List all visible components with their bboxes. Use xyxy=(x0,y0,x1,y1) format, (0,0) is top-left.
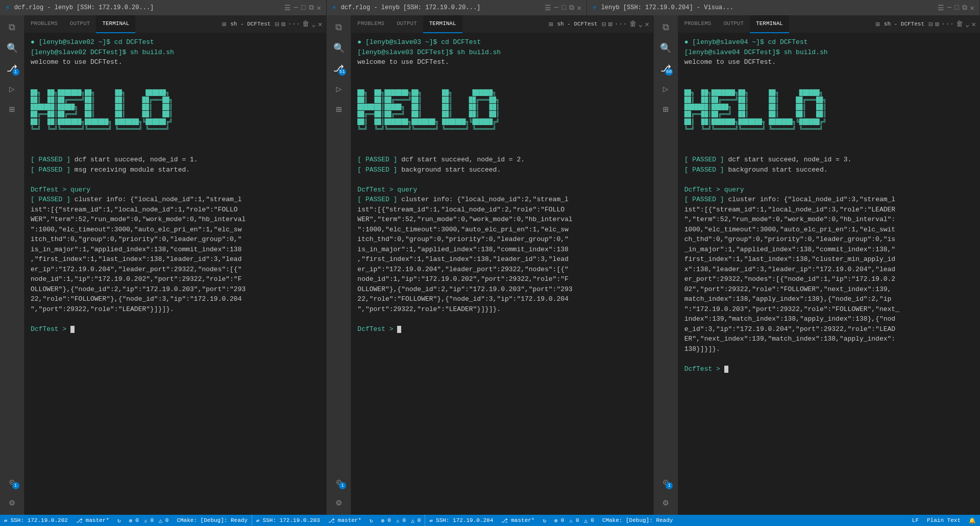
debug-icon-2[interactable]: ▷ xyxy=(331,81,347,97)
maximize-panel-icon-2[interactable]: ⊠ xyxy=(608,20,612,29)
debug-icon-3[interactable]: ▷ xyxy=(657,81,674,97)
tab-problems-1[interactable]: PROBLEMS xyxy=(24,15,64,33)
status-branch-3[interactable]: ⎇ master* xyxy=(497,515,538,526)
debug-icon-1[interactable]: ▷ xyxy=(4,81,20,97)
status-sync-2[interactable]: ↻ xyxy=(365,515,377,526)
status-cmake-3[interactable]: CMake: [Debug]: Ready xyxy=(598,515,677,526)
close-btn-1[interactable]: ✕ xyxy=(317,4,321,12)
tab-problems-3[interactable]: PROBLEMS xyxy=(678,15,718,33)
minimize-btn-2[interactable]: ─ xyxy=(554,4,558,12)
panel-2: PROBLEMS OUTPUT TERMINAL ⊞ sh - DCFTest … xyxy=(351,15,653,515)
search-icon-1[interactable]: 🔍 xyxy=(4,40,20,56)
settings-icon-2[interactable]: ⚙ xyxy=(331,494,347,511)
remote-icon-2[interactable]: ⊙ 1 xyxy=(331,474,347,490)
more-icon-1[interactable]: ··· xyxy=(287,20,300,28)
tab-output-1[interactable]: OUTPUT xyxy=(64,15,96,33)
status-plain-text[interactable]: Plain Text xyxy=(923,515,965,526)
tile-btn-2[interactable]: ⧉ xyxy=(569,4,574,12)
term-line-3-14: x":138,"leader_id":3,"leader_ip":"172.19… xyxy=(684,265,974,275)
tile-btn-1[interactable]: ⧉ xyxy=(309,4,314,12)
tile-btn-3[interactable]: ⧉ xyxy=(962,4,967,12)
split-icon-3[interactable]: ⊟ xyxy=(928,20,933,29)
maximize-btn-2[interactable]: □ xyxy=(561,4,566,12)
minimize-btn-3[interactable]: ─ xyxy=(947,4,951,12)
tab-actions-2: ⊞ sh - DCFTest ⊟ ⊠ ··· 🗑 ⌄ ✕ xyxy=(549,20,653,29)
close-panel-2[interactable]: ✕ xyxy=(645,20,649,29)
status-cmake-1[interactable]: CMake: [Debug]: Ready xyxy=(173,515,252,526)
terminal-content-1[interactable]: ● [lenyb@slave02 ~]$ cd DCFTest [lenyb@s… xyxy=(24,33,326,515)
close-btn-2[interactable]: ✕ xyxy=(577,4,581,12)
status-lf[interactable]: LF xyxy=(908,515,923,526)
source-control-icon-2[interactable]: ⎇ 51 xyxy=(331,60,347,77)
search-icon-3[interactable]: 🔍 xyxy=(657,40,674,56)
extensions-icon-2[interactable]: ⊞ xyxy=(331,101,347,117)
term-line-3-11: ch_thd":0,"group":0,"priority":0,"leader… xyxy=(684,234,974,245)
panel-more-2[interactable]: ⌄ xyxy=(639,20,643,29)
panel-more-1[interactable]: ⌄ xyxy=(311,20,315,29)
warning-count-1: 0 xyxy=(151,517,154,523)
tab-terminal-3[interactable]: TERMINAL xyxy=(750,15,789,33)
maximize-btn-3[interactable]: □ xyxy=(954,4,959,12)
status-sync-3[interactable]: ↻ xyxy=(538,515,550,526)
tab-terminal-2[interactable]: TERMINAL xyxy=(423,15,462,33)
maximize-btn-1[interactable]: □ xyxy=(301,4,305,12)
status-ssh-1[interactable]: ⇌ SSH: 172.19.0.202 xyxy=(0,515,72,526)
new-terminal-icon-2[interactable]: ⊞ xyxy=(549,20,553,29)
status-errors-3[interactable]: ⊗ 0 ⚠ 0 △ 0 xyxy=(550,515,598,526)
search-icon-2[interactable]: 🔍 xyxy=(331,40,347,56)
status-ssh-3[interactable]: ⇌ SSH: 172.19.0.204 xyxy=(425,515,497,526)
tab-terminal-1[interactable]: TERMINAL xyxy=(96,15,135,33)
status-ssh-2[interactable]: ⇌ SSH: 172.19.0.203 xyxy=(252,515,324,526)
source-control-icon-3[interactable]: ⎇ 60 xyxy=(657,60,674,77)
tab-problems-2[interactable]: PROBLEMS xyxy=(351,15,390,33)
terminal-content-3[interactable]: ● [lenyb@slave04 ~]$ cd DCFTest [lenyb@s… xyxy=(678,33,980,515)
files-icon-3[interactable]: ⧉ xyxy=(657,19,674,36)
files-icon-1[interactable]: ⧉ xyxy=(4,19,20,36)
panel-more-3[interactable]: ⌄ xyxy=(965,20,969,29)
win-controls-1: ☰ ─ □ ⧉ ✕ xyxy=(284,4,321,12)
remote-icon-3[interactable]: ⊙ 1 xyxy=(657,474,674,490)
error-icon-2: ⊗ xyxy=(381,517,385,524)
split-icon-2[interactable]: ⊟ xyxy=(602,20,606,29)
maximize-panel-icon-1[interactable]: ⊠ xyxy=(281,20,285,29)
more-icon-3[interactable]: ··· xyxy=(941,20,954,28)
term-line-2-9: WER","term":52,"run_mode":0,"work_mode":… xyxy=(357,214,647,225)
tab-actions-1: ⊞ sh - DCFTest ⊟ ⊠ ··· 🗑 ⌄ ✕ xyxy=(222,20,327,29)
hamburger-btn-1[interactable]: ☰ xyxy=(284,4,291,12)
close-btn-3[interactable]: ✕ xyxy=(970,4,974,12)
status-errors-2[interactable]: ⊗ 0 ⚠ 0 △ 0 xyxy=(377,515,425,526)
minimize-btn-1[interactable]: ─ xyxy=(294,4,298,12)
new-terminal-icon-1[interactable]: ⊞ xyxy=(222,20,226,29)
tab-output-3[interactable]: OUTPUT xyxy=(717,15,750,33)
close-panel-3[interactable]: ✕ xyxy=(972,20,976,29)
new-terminal-icon-3[interactable]: ⊞ xyxy=(875,20,879,29)
settings-icon-1[interactable]: ⚙ xyxy=(4,494,20,511)
more-icon-2[interactable]: ··· xyxy=(615,20,627,28)
status-feedback[interactable]: 🔔 xyxy=(965,515,980,526)
source-control-icon-1[interactable]: ⎇ 1 xyxy=(4,60,20,77)
extensions-icon-3[interactable]: ⊞ xyxy=(657,101,674,117)
term-line-3-7: [ PASSED ] cluster info: {"local_node_id… xyxy=(684,195,974,205)
status-branch-1[interactable]: ⎇ master* xyxy=(72,515,113,526)
terminal-content-2[interactable]: ● [lenyb@slave03 ~]$ cd DCFTest [lenyb@s… xyxy=(351,33,653,515)
term-line-3-20: e_id":3,"ip":"172.19.0.204","port":29322… xyxy=(684,324,974,334)
kill-icon-3[interactable]: 🗑 xyxy=(956,20,963,28)
settings-icon-3[interactable]: ⚙ xyxy=(657,494,674,511)
remote-icon-1[interactable]: ⊙ 1 xyxy=(4,474,20,490)
maximize-panel-icon-3[interactable]: ⊠ xyxy=(935,20,939,29)
extensions-icon-1[interactable]: ⊞ xyxy=(4,101,20,117)
hamburger-btn-2[interactable]: ☰ xyxy=(545,4,551,12)
kill-icon-1[interactable]: 🗑 xyxy=(302,20,309,28)
status-errors-1[interactable]: ⊗ 0 ⚠ 0 △ 0 xyxy=(125,515,173,526)
ascii-art-1: ██╗ ██╗███████╗██╗ ██╗ ██████╗ ██║ ██║██… xyxy=(31,67,320,155)
hamburger-btn-3[interactable]: ☰ xyxy=(938,4,944,12)
kill-icon-2[interactable]: 🗑 xyxy=(629,20,636,28)
term-line-2-2: [lenyb@slave03 DCFTest]$ sh build.sh xyxy=(357,47,647,58)
tab-output-2[interactable]: OUTPUT xyxy=(390,15,423,33)
split-icon-1[interactable]: ⊟ xyxy=(275,20,279,29)
close-panel-1[interactable]: ✕ xyxy=(318,20,322,29)
status-sync-1[interactable]: ↻ xyxy=(113,515,125,526)
panel-3: PROBLEMS OUTPUT TERMINAL ⊞ sh - DCFTest … xyxy=(678,15,980,515)
status-branch-2[interactable]: ⎇ master* xyxy=(324,515,365,526)
files-icon-2[interactable]: ⧉ xyxy=(331,19,347,36)
